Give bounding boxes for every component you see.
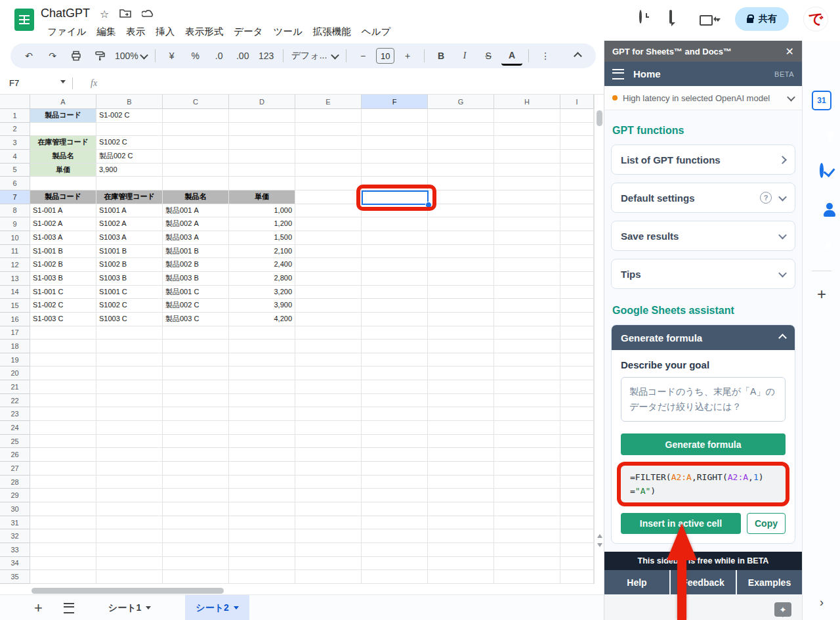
cell-A16[interactable]: S1-003 C xyxy=(30,313,96,326)
cell-I11[interactable] xyxy=(560,245,594,259)
cell-D21[interactable] xyxy=(229,380,295,394)
cell-B12[interactable]: S1002 B xyxy=(96,258,163,272)
cell-F17[interactable] xyxy=(362,326,428,340)
card-default-settings[interactable]: Default settings? xyxy=(611,183,795,213)
cell-B18[interactable] xyxy=(96,340,163,353)
row-header-6[interactable]: 6 xyxy=(0,177,30,190)
cell-H4[interactable] xyxy=(494,150,560,164)
cell-F16[interactable] xyxy=(362,313,428,326)
cell-F2[interactable] xyxy=(362,123,428,137)
cell-E9[interactable] xyxy=(295,217,362,231)
cell-C5[interactable] xyxy=(163,164,229,177)
cell-F11[interactable] xyxy=(362,245,428,259)
cell-E15[interactable] xyxy=(295,299,362,313)
cell-I9[interactable] xyxy=(560,217,594,231)
horizontal-scrollbar[interactable] xyxy=(30,587,594,594)
cell-B14[interactable]: S1001 C xyxy=(96,286,163,299)
cell-C13[interactable]: 製品003 B xyxy=(163,272,229,286)
cell-D19[interactable] xyxy=(229,353,295,367)
cell-A21[interactable] xyxy=(30,380,96,394)
cell-C26[interactable] xyxy=(163,448,229,462)
row-header-26[interactable]: 26 xyxy=(0,448,30,462)
row-header-31[interactable]: 31 xyxy=(0,516,30,530)
row-header-22[interactable]: 22 xyxy=(0,394,30,408)
row-header-34[interactable]: 34 xyxy=(0,557,30,571)
cell-E19[interactable] xyxy=(295,353,362,367)
cell-G12[interactable] xyxy=(428,258,494,272)
cell-B17[interactable] xyxy=(96,326,163,340)
menu-item-1[interactable]: ファイル xyxy=(42,24,91,40)
sheet-tab-2[interactable]: シート2 xyxy=(185,595,249,620)
cell-C11[interactable]: 製品001 B xyxy=(163,245,229,259)
cell-A3[interactable]: 在庫管理コード xyxy=(30,136,96,150)
row-header-33[interactable]: 33 xyxy=(0,543,30,557)
cell-F3[interactable] xyxy=(362,136,428,150)
close-icon[interactable]: ✕ xyxy=(786,45,794,58)
cell-H21[interactable] xyxy=(494,380,560,394)
cell-A23[interactable] xyxy=(30,407,96,421)
cell-I32[interactable] xyxy=(560,529,594,543)
cell-D14[interactable]: 3,200 xyxy=(229,286,295,299)
cell-D35[interactable] xyxy=(229,570,295,584)
cell-C20[interactable] xyxy=(163,366,229,380)
cell-I34[interactable] xyxy=(560,557,594,571)
row-header-18[interactable]: 18 xyxy=(0,340,30,353)
move-folder-icon[interactable] xyxy=(119,9,131,20)
column-header-E[interactable]: E xyxy=(295,95,362,109)
cell-D4[interactable] xyxy=(229,150,295,164)
cell-B24[interactable] xyxy=(96,421,163,435)
cell-C2[interactable] xyxy=(163,123,229,137)
decrease-font-size-button[interactable]: − xyxy=(352,47,373,64)
cell-H32[interactable] xyxy=(494,529,560,543)
zoom-select[interactable]: 100% xyxy=(113,47,149,64)
cell-F29[interactable] xyxy=(362,489,428,502)
cell-D28[interactable] xyxy=(229,476,295,489)
cell-G23[interactable] xyxy=(428,407,494,421)
cell-A35[interactable] xyxy=(30,570,96,584)
cell-A12[interactable]: S1-002 B xyxy=(30,258,96,272)
row-header-11[interactable]: 11 xyxy=(0,245,30,259)
cell-I26[interactable] xyxy=(560,448,594,462)
cell-I1[interactable] xyxy=(560,109,594,123)
cell-G3[interactable] xyxy=(428,136,494,150)
row-header-25[interactable]: 25 xyxy=(0,435,30,449)
cell-E18[interactable] xyxy=(295,340,362,353)
row-header-16[interactable]: 16 xyxy=(0,313,30,326)
cell-H14[interactable] xyxy=(494,286,560,299)
cell-C27[interactable] xyxy=(163,462,229,476)
cell-D11[interactable]: 2,100 xyxy=(229,245,295,259)
cell-D7[interactable]: 単価 xyxy=(229,190,295,204)
cell-B20[interactable] xyxy=(96,366,163,380)
cell-E25[interactable] xyxy=(295,435,362,449)
cell-E27[interactable] xyxy=(295,462,362,476)
cell-A30[interactable] xyxy=(30,502,96,516)
cell-I2[interactable] xyxy=(560,123,594,137)
cell-F13[interactable] xyxy=(362,272,428,286)
cell-H25[interactable] xyxy=(494,435,560,449)
cell-B9[interactable]: S1002 A xyxy=(96,217,163,231)
cell-D22[interactable] xyxy=(229,394,295,408)
cell-A14[interactable]: S1-001 C xyxy=(30,286,96,299)
row-header-32[interactable]: 32 xyxy=(0,529,30,543)
scroll-up-arrow[interactable] xyxy=(597,531,602,538)
cell-F21[interactable] xyxy=(362,380,428,394)
cell-C8[interactable]: 製品001 A xyxy=(163,204,229,218)
cell-I19[interactable] xyxy=(560,353,594,367)
cell-B2[interactable] xyxy=(96,123,163,137)
cell-G27[interactable] xyxy=(428,462,494,476)
cell-H3[interactable] xyxy=(494,136,560,150)
row-header-7[interactable]: 7 xyxy=(0,190,30,204)
cell-D2[interactable] xyxy=(229,123,295,137)
more-toolbar-button[interactable]: ⋮ xyxy=(535,47,556,64)
cell-D32[interactable] xyxy=(229,529,295,543)
cell-F35[interactable] xyxy=(362,570,428,584)
cell-C10[interactable]: 製品003 A xyxy=(163,231,229,245)
cell-E1[interactable] xyxy=(295,109,362,123)
cell-D8[interactable]: 1,000 xyxy=(229,204,295,218)
cell-C33[interactable] xyxy=(163,543,229,557)
redo-button[interactable]: ↷ xyxy=(42,47,63,64)
cell-C23[interactable] xyxy=(163,407,229,421)
column-header-A[interactable]: A xyxy=(30,95,96,109)
cell-H26[interactable] xyxy=(494,448,560,462)
cell-B16[interactable]: S1003 C xyxy=(96,313,163,326)
